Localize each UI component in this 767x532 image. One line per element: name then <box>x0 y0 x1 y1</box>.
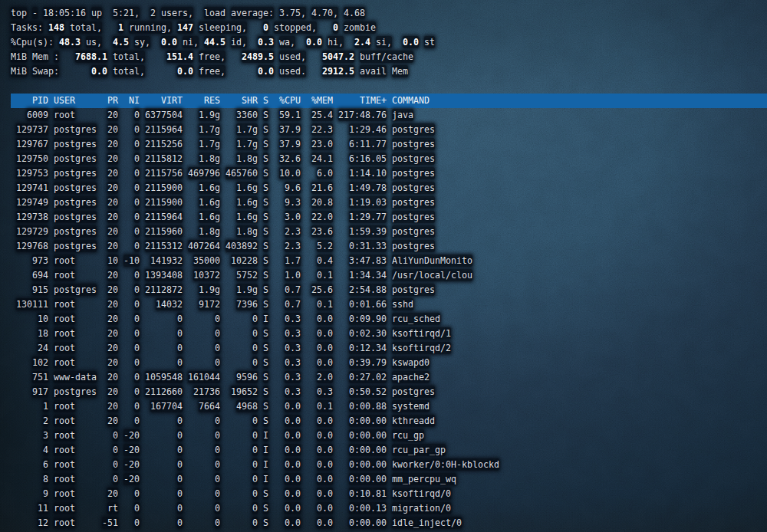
process-row: 4 root 0 -20 0 0 0 I 0.0 0.0 0:00.00 rcu… <box>11 443 767 458</box>
process-row: 6 root 0 -20 0 0 0 I 0.0 0.0 0:00.00 kwo… <box>11 458 767 472</box>
process-row: 2 root 20 0 0 0 0 S 0.0 0.0 0:00.00 kthr… <box>11 414 767 429</box>
process-row: 12 root -51 0 0 0 0 S 0.0 0.0 0:00.00 id… <box>11 516 767 530</box>
summary-line-cpu: %Cpu(s): 48.3 us, 4.5 sy, 0.0 ni, 44.5 i… <box>11 35 767 50</box>
process-row: 973 root 10 -10 141932 35000 10228 S 1.7… <box>11 254 767 268</box>
process-row: 129767 postgres 20 0 2115256 1.7g 1.7g S… <box>11 137 767 152</box>
summary-line-mem: MiB Mem : 7688.1 total, 151.4 free, 2489… <box>11 50 767 64</box>
process-row: 9 root 20 0 0 0 0 S 0.0 0.0 0:10.81 ksof… <box>11 487 767 501</box>
process-row: 24 root 20 0 0 0 0 S 0.3 0.0 0:12.34 kso… <box>11 341 767 356</box>
terminal-screen[interactable]: top - 18:05:16 up 5:21, 2 users, load av… <box>0 0 767 532</box>
process-row: 3 root 0 -20 0 0 0 I 0.0 0.0 0:00.00 rcu… <box>11 429 767 443</box>
process-row: 6009 root 20 0 6377504 1.9g 3360 S 59.1 … <box>11 108 767 123</box>
process-row: 129741 postgres 20 0 2115900 1.6g 1.6g S… <box>11 181 767 195</box>
top-output: top - 18:05:16 up 5:21, 2 users, load av… <box>11 6 767 532</box>
process-row: 694 root 20 0 1393408 10372 5752 S 1.0 0… <box>11 268 767 283</box>
summary-line-swap: MiB Swap: 0.0 total, 0.0 free, 0.0 used.… <box>11 64 767 79</box>
process-row: 917 postgres 20 0 2112660 21736 19652 S … <box>11 385 767 399</box>
process-row: 129738 postgres 20 0 2115964 1.6g 1.6g S… <box>11 210 767 225</box>
summary-line-uptime: top - 18:05:16 up 5:21, 2 users, load av… <box>11 6 767 21</box>
process-row: 751 www-data 20 0 1059548 161044 9596 S … <box>11 370 767 385</box>
process-row: 102 root 20 0 0 0 0 S 0.3 0.0 0:39.79 ks… <box>11 356 767 370</box>
process-row: 10 root 20 0 0 0 0 I 0.3 0.0 0:09.90 rcu… <box>11 312 767 327</box>
process-row: 129749 postgres 20 0 2115900 1.6g 1.6g S… <box>11 195 767 210</box>
process-row: 1 root 20 0 167704 7664 4968 S 0.0 0.1 0… <box>11 399 767 414</box>
process-row: 129768 postgres 20 0 2115312 407264 4038… <box>11 239 767 254</box>
process-row: 915 postgres 20 0 2112872 1.9g 1.9g S 0.… <box>11 283 767 297</box>
blank-line <box>11 79 767 94</box>
process-row: 129753 postgres 20 0 2115756 469796 4657… <box>11 166 767 181</box>
process-row: 129750 postgres 20 0 2115812 1.8g 1.8g S… <box>11 152 767 166</box>
process-row: 18 root 20 0 0 0 0 S 0.3 0.0 0:02.30 kso… <box>11 327 767 341</box>
process-row: 130111 root 20 0 14032 9172 7396 S 0.7 0… <box>11 297 767 312</box>
table-header-row: PID USER PR NI VIRT RES SHR S %CPU %MEM … <box>11 94 767 108</box>
process-row: 129729 postgres 20 0 2115960 1.8g 1.8g S… <box>11 225 767 239</box>
process-row: 11 root rt 0 0 0 0 S 0.0 0.0 0:00.13 mig… <box>11 501 767 516</box>
process-table: 6009 root 20 0 6377504 1.9g 3360 S 59.1 … <box>11 108 767 530</box>
summary-line-tasks: Tasks: 148 total, 1 running, 147 sleepin… <box>11 21 767 35</box>
process-row: 129737 postgres 20 0 2115964 1.7g 1.7g S… <box>11 123 767 137</box>
process-row: 8 root 0 -20 0 0 0 I 0.0 0.0 0:00.00 mm_… <box>11 472 767 487</box>
